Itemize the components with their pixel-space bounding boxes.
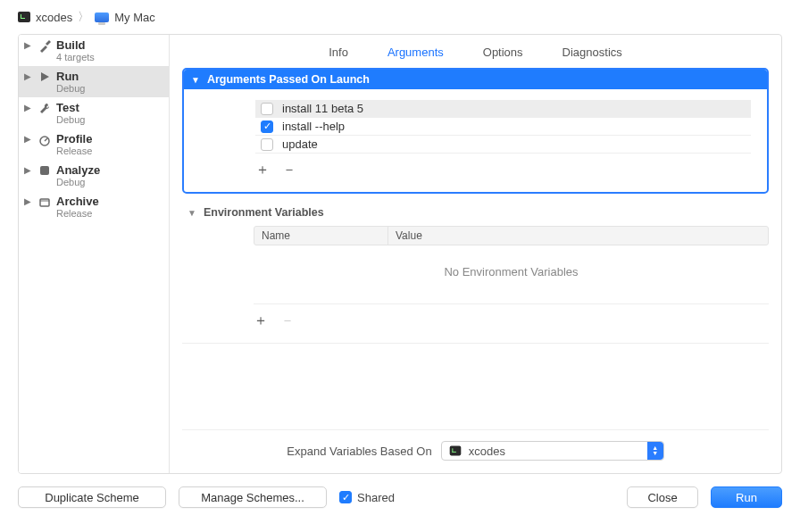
shared-label: Shared [357,491,395,504]
breadcrumb-destination[interactable]: My Mac [114,11,155,24]
sidebar-item-profile[interactable]: ▶ Profile Release [19,129,169,160]
content: Info Arguments Options Diagnostics ▼ Arg… [170,35,781,473]
shared-checkbox[interactable]: Shared [339,491,395,504]
triangle-down-icon: ▼ [191,75,200,85]
disclosure-icon[interactable]: ▶ [24,70,33,84]
sidebar-item-run[interactable]: ▶ Run Debug [19,66,169,97]
sidebar-item-sub: Debug [56,114,85,125]
tab-arguments[interactable]: Arguments [388,46,444,59]
sidebar-item-sub: Release [56,208,99,219]
sidebar-item-label: Archive [56,195,99,208]
select-arrows-icon: ▲▼ [647,442,663,460]
remove-argument-button[interactable]: － [282,161,296,179]
sidebar-item-label: Run [56,70,85,83]
env-table: Name Value No Environment Variables [254,226,769,303]
argument-checkbox[interactable] [261,103,273,115]
env-col-value[interactable]: Value [388,227,768,245]
sidebar-item-label: Analyze [56,163,100,177]
close-button[interactable]: Close [627,486,698,508]
manage-schemes-button[interactable]: Manage Schemes... [179,486,327,508]
chevron-right-icon: 〉 [78,9,89,25]
env-header[interactable]: ▼ Environment Variables [182,194,769,226]
arguments-header[interactable]: ▼ Arguments Passed On Launch [184,70,767,89]
hammer-icon [37,38,53,54]
argument-row[interactable]: update [255,136,751,154]
play-icon [37,70,53,83]
sidebar-item-analyze[interactable]: ▶ Analyze Debug [19,160,169,191]
terminal-icon [18,12,30,22]
argument-text[interactable]: update [282,137,318,151]
breadcrumb-scheme[interactable]: xcodes [36,11,72,24]
disclosure-icon[interactable]: ▶ [24,38,33,53]
arguments-section: ▼ Arguments Passed On Launch install 11 … [182,68,769,194]
argument-checkbox[interactable] [261,138,273,151]
sidebar-item-sub: Debug [56,83,85,94]
tabs: Info Arguments Options Diagnostics [170,35,781,68]
sidebar-item-label: Test [56,101,85,114]
argument-text[interactable]: install 11 beta 5 [282,102,363,115]
bottom-bar: Duplicate Scheme Manage Schemes... Share… [0,474,800,508]
env-empty-text: No Environment Variables [254,245,769,303]
tab-diagnostics[interactable]: Diagnostics [562,46,622,59]
svg-rect-2 [40,199,49,206]
expand-value: xcodes [469,445,505,458]
add-env-button[interactable]: ＋ [254,312,268,330]
analyze-icon [37,163,53,177]
expand-select[interactable]: xcodes ▲▼ [441,441,664,461]
main-panel: ▶ Build 4 targets ▶ Run Debug ▶ [18,34,782,474]
sidebar-item-sub: 4 targets [56,52,95,62]
sidebar-item-sub: Debug [56,177,100,187]
archive-icon [37,195,53,208]
run-button[interactable]: Run [711,486,782,508]
disclosure-icon[interactable]: ▶ [24,101,33,115]
expand-footer: Expand Variables Based On xcodes ▲▼ [182,429,769,473]
sidebar-item-build[interactable]: ▶ Build 4 targets [19,35,169,66]
tab-options[interactable]: Options [483,46,523,59]
remove-env-button: － [280,312,295,330]
mac-icon [95,12,109,22]
shared-checkbox-box[interactable] [339,491,352,503]
disclosure-icon[interactable]: ▶ [24,195,33,209]
duplicate-scheme-button[interactable]: Duplicate Scheme [18,486,166,508]
triangle-down-icon: ▼ [188,208,196,218]
svg-rect-1 [40,166,49,175]
arguments-list: install 11 beta 5 install --help update … [184,89,767,192]
argument-row[interactable]: install --help [255,118,751,136]
add-argument-button[interactable]: ＋ [255,161,270,179]
sidebar-item-test[interactable]: ▶ Test Debug [19,97,169,129]
argument-checkbox[interactable] [261,121,273,133]
argument-text[interactable]: install --help [282,120,345,133]
expand-label: Expand Variables Based On [287,445,431,458]
terminal-icon [449,446,461,456]
gauge-icon [37,132,53,147]
disclosure-icon[interactable]: ▶ [24,163,33,178]
sidebar-item-label: Profile [56,132,92,145]
env-col-name[interactable]: Name [254,227,388,245]
breadcrumb: xcodes 〉 My Mac [0,0,800,34]
env-header-label: Environment Variables [204,206,324,219]
sidebar-item-archive[interactable]: ▶ Archive Release [19,191,169,222]
sidebar-item-sub: Release [56,145,92,156]
sidebar-item-label: Build [56,38,95,52]
disclosure-icon[interactable]: ▶ [24,132,33,146]
tab-info[interactable]: Info [329,46,348,59]
arguments-header-label: Arguments Passed On Launch [207,73,370,86]
wrench-icon [37,101,53,116]
argument-row[interactable]: install 11 beta 5 [255,100,751,118]
sidebar: ▶ Build 4 targets ▶ Run Debug ▶ [19,35,170,473]
